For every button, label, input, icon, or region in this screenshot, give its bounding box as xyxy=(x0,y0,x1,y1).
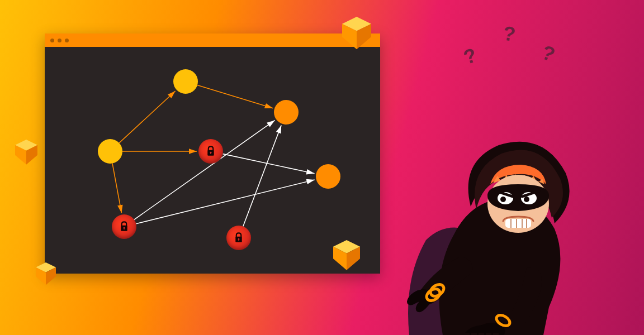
question-mark-icon: ? xyxy=(538,41,558,67)
svg-rect-28 xyxy=(479,333,484,335)
svg-rect-30 xyxy=(493,333,499,335)
svg-rect-2 xyxy=(210,152,211,154)
graph-edge xyxy=(243,125,281,226)
locked-node-icon xyxy=(112,214,136,239)
browser-titlebar xyxy=(45,34,380,47)
graph-node xyxy=(173,69,198,94)
traffic-light-icon xyxy=(50,39,54,42)
svg-rect-5 xyxy=(124,228,124,229)
graph-node xyxy=(98,139,122,164)
graph-edge xyxy=(112,164,121,213)
graph-node xyxy=(316,164,340,189)
question-mark-icon: ? xyxy=(461,44,480,70)
svg-rect-8 xyxy=(238,239,239,241)
question-mark-icon: ? xyxy=(501,22,517,47)
svg-rect-29 xyxy=(486,333,491,335)
graph-edge xyxy=(136,180,314,224)
graph-edge xyxy=(134,120,275,219)
traffic-light-icon xyxy=(65,39,69,42)
browser-window xyxy=(45,34,380,274)
pupil-left xyxy=(500,197,506,202)
graph-edge xyxy=(197,85,273,108)
cube-icon xyxy=(15,140,37,165)
hacker-illustration xyxy=(404,95,594,335)
svg-rect-27 xyxy=(471,333,477,335)
locked-node-icon xyxy=(198,139,223,164)
pupil-right xyxy=(524,197,529,202)
graph-edge xyxy=(223,154,315,174)
locked-node-icon xyxy=(226,226,251,250)
graph-node xyxy=(274,100,299,125)
cube-icon xyxy=(342,17,371,49)
graph-edge xyxy=(119,91,176,143)
svg-rect-25 xyxy=(457,333,462,335)
svg-rect-26 xyxy=(464,333,470,335)
traffic-light-icon xyxy=(58,39,61,42)
cube-icon xyxy=(333,240,360,270)
teeth xyxy=(505,219,531,228)
diagram-canvas xyxy=(45,47,380,274)
cube-icon xyxy=(36,262,56,285)
